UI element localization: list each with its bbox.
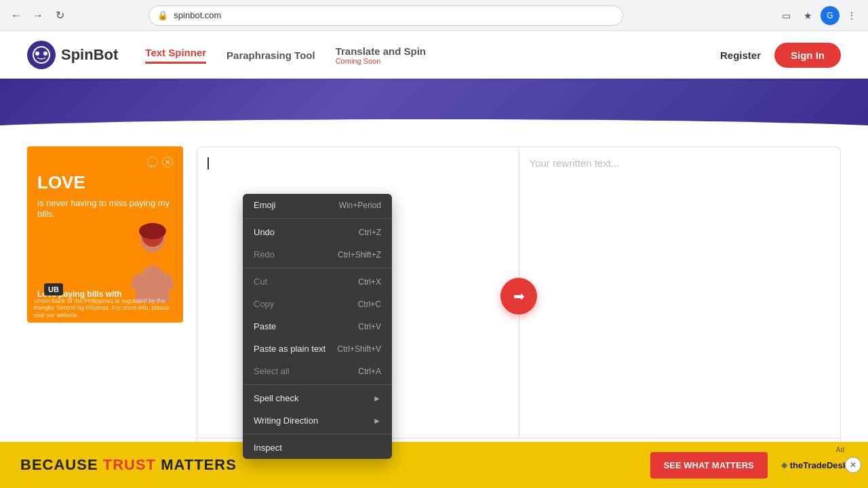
ctx-redo-shortcut: Ctrl+Shift+Z [338, 250, 381, 260]
ctx-emoji[interactable]: Emoji Win+Period [243, 194, 392, 216]
thetradedesk-logo-icon: ◆ [781, 460, 787, 470]
back-button[interactable]: ← [7, 6, 26, 25]
ctx-copy[interactable]: Copy Ctrl+C [243, 293, 392, 315]
banner-text-after: MATTERS [156, 456, 237, 473]
ctx-sep-4 [243, 434, 392, 434]
ctx-select-all-label: Select all [254, 366, 290, 376]
hero-section [0, 79, 868, 133]
side-ad-box: ⎯ ✕ LOVE is never having to miss paying … [27, 146, 183, 323]
ctx-redo[interactable]: Redo Ctrl+Shift+Z [243, 243, 392, 266]
nav-right: Register Sign In [720, 43, 841, 68]
ctx-paste-label: Paste [254, 321, 276, 331]
active-tab-indicator [156, 129, 237, 133]
cast-button[interactable]: ▭ [777, 6, 796, 25]
context-menu: Emoji Win+Period Undo Ctrl+Z Redo Ctrl+S… [243, 194, 392, 459]
output-panel: Your rewritten text... [519, 147, 841, 438]
ctx-undo-label: Undo [254, 227, 275, 237]
ctx-spell-check-arrow: ► [373, 394, 381, 403]
banner-highlight: TRUST [103, 456, 156, 473]
ctx-sep-2 [243, 268, 392, 268]
ctx-select-all-shortcut: Ctrl+A [358, 367, 381, 376]
ad-minimize-button[interactable]: ⎯ [147, 157, 158, 167]
ctx-writing-direction-label: Writing Direction [254, 415, 318, 426]
spin-arrow-icon: ➡ [513, 288, 525, 304]
ctx-sep-3 [243, 384, 392, 385]
ctx-cut[interactable]: Cut Ctrl+X [243, 270, 392, 293]
nav-translate-spin[interactable]: Translate and Spin [336, 45, 426, 57]
nav-translate-spin-group[interactable]: Translate and Spin Coming Soon [336, 45, 426, 65]
ctx-paste-plain-label: Paste as plain text [254, 344, 326, 354]
ctx-emoji-shortcut: Win+Period [339, 201, 381, 210]
register-link[interactable]: Register [720, 49, 761, 61]
forward-button[interactable]: → [28, 6, 47, 25]
nav-paraphrasing-tool[interactable]: Paraphrasing Tool [226, 49, 315, 61]
ad-logo: UB [44, 283, 63, 296]
reload-button[interactable]: ↻ [50, 6, 69, 25]
svg-point-1 [35, 52, 39, 56]
browser-actions: ▭ ★ G ⋮ [777, 6, 861, 25]
url-text: spinbot.com [174, 10, 221, 20]
ctx-redo-label: Redo [254, 249, 275, 260]
banner-close-button[interactable]: ✕ [845, 457, 861, 473]
page-content: SpinBot Text Spinner Paraphrasing Tool T… [0, 31, 868, 488]
text-cursor [208, 157, 209, 169]
signin-button[interactable]: Sign In [774, 43, 841, 68]
banner-logo: ◆ theTradeDesk [781, 460, 848, 470]
ctx-writing-direction[interactable]: Writing Direction ► [243, 409, 392, 432]
ctx-emoji-label: Emoji [254, 200, 276, 210]
spin-button[interactable]: ➡ [500, 278, 537, 314]
bookmark-button[interactable]: ★ [799, 6, 818, 25]
ad-person-image [125, 221, 180, 302]
logo-icon [27, 41, 56, 69]
banner-company: ◆ theTradeDesk [781, 460, 848, 470]
nav-text-spinner[interactable]: Text Spinner [145, 47, 206, 64]
bottom-banner: BECAUSE TRUST MATTERS SEE WHAT MATTERS ◆… [0, 442, 868, 488]
ctx-cut-shortcut: Ctrl+X [358, 277, 381, 287]
profile-button[interactable]: G [821, 6, 840, 25]
menu-button[interactable]: ⋮ [842, 6, 861, 25]
ad-close-row: ⎯ ✕ [37, 157, 173, 167]
ad-title: LOVE [37, 173, 173, 192]
banner-company-name: theTradeDesk [790, 460, 848, 470]
lock-icon: 🔒 [157, 10, 168, 20]
svg-point-5 [139, 223, 166, 239]
ctx-paste-plain-shortcut: Ctrl+Shift+V [337, 344, 381, 354]
ctx-paste-plain[interactable]: Paste as plain text Ctrl+Shift+V [243, 338, 392, 360]
ad-subtitle: is never having to miss paying my bills. [37, 198, 173, 221]
ctx-writing-direction-arrow: ► [373, 416, 381, 426]
output-placeholder: Your rewritten text... [530, 157, 620, 169]
banner-text: BECAUSE TRUST MATTERS [20, 456, 237, 474]
ctx-select-all[interactable]: Select all Ctrl+A [243, 360, 392, 382]
logo-text: SpinBot [61, 46, 118, 64]
svg-point-2 [43, 52, 47, 56]
ctx-cut-label: Cut [254, 277, 267, 287]
ctx-undo-shortcut: Ctrl+Z [359, 228, 381, 237]
ctx-paste-shortcut: Ctrl+V [358, 322, 381, 331]
ad-disclaimer: Union Bank of the Philippines is regulat… [34, 298, 176, 319]
banner-text-before: BECAUSE [20, 456, 103, 473]
main-content: ⎯ ✕ LOVE is never having to miss paying … [0, 133, 868, 488]
browser-chrome: ← → ↻ 🔒 spinbot.com ▭ ★ G ⋮ [0, 0, 868, 31]
coming-soon-label: Coming Soon [336, 57, 426, 65]
browser-nav-buttons: ← → ↻ [7, 6, 69, 25]
nav-links: Text Spinner Paraphrasing Tool Translate… [145, 45, 720, 65]
navbar: SpinBot Text Spinner Paraphrasing Tool T… [0, 31, 868, 79]
ctx-inspect-label: Inspect [254, 443, 282, 453]
ad-panel: ⎯ ✕ LOVE is never having to miss paying … [27, 146, 183, 474]
ctx-copy-label: Copy [254, 299, 274, 309]
ad-close-button[interactable]: ✕ [162, 157, 173, 167]
ad-indicator-label: Ad [836, 446, 844, 453]
ctx-sep-1 [243, 218, 392, 219]
banner-cta-button[interactable]: SEE WHAT MATTERS [650, 452, 768, 479]
svg-point-0 [33, 47, 50, 63]
logo[interactable]: SpinBot [27, 41, 118, 69]
ctx-paste[interactable]: Paste Ctrl+V [243, 315, 392, 338]
address-bar[interactable]: 🔒 spinbot.com [149, 5, 623, 26]
ctx-undo[interactable]: Undo Ctrl+Z [243, 221, 392, 243]
ctx-inspect[interactable]: Inspect [243, 436, 392, 459]
ctx-copy-shortcut: Ctrl+C [358, 300, 381, 309]
ctx-spell-check-label: Spell check [254, 393, 298, 403]
ctx-spell-check[interactable]: Spell check ► [243, 387, 392, 409]
